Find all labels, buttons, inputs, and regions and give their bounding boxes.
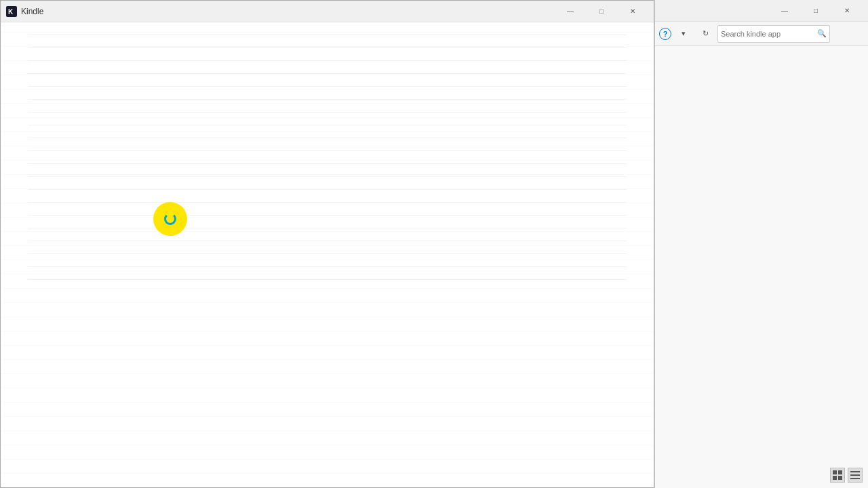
browser-content-area bbox=[655, 46, 868, 488]
browser-titlebar: — □ ✕ bbox=[655, 0, 868, 22]
grid-view-button[interactable] bbox=[830, 468, 845, 483]
kindle-window: K Kindle — □ ✕ bbox=[0, 0, 654, 488]
kindle-app-icon: K bbox=[6, 6, 17, 17]
grid-view-icon bbox=[833, 470, 842, 480]
kindle-titlebar: K Kindle — □ ✕ bbox=[1, 1, 654, 22]
svg-rect-4 bbox=[833, 476, 837, 480]
refresh-button[interactable]: ↻ bbox=[696, 24, 715, 43]
kindle-content-area bbox=[1, 22, 654, 487]
browser-window-controls: — □ ✕ bbox=[769, 0, 863, 22]
dropdown-button[interactable]: ▾ bbox=[674, 24, 693, 43]
svg-rect-2 bbox=[833, 470, 837, 474]
list-view-icon bbox=[850, 470, 860, 480]
svg-rect-3 bbox=[838, 470, 842, 474]
search-icon: 🔍 bbox=[817, 29, 827, 38]
svg-rect-8 bbox=[850, 478, 860, 479]
browser-close-button[interactable]: ✕ bbox=[831, 0, 863, 22]
kindle-title: Kindle bbox=[21, 7, 555, 16]
help-icon[interactable]: ? bbox=[659, 28, 671, 40]
svg-text:K: K bbox=[8, 8, 14, 16]
loading-spinner bbox=[153, 202, 187, 236]
browser-panel: — □ ✕ ? ▾ ↻ 🔍 bbox=[654, 0, 868, 488]
kindle-close-button[interactable]: ✕ bbox=[617, 1, 648, 22]
svg-rect-7 bbox=[850, 474, 860, 476]
svg-rect-6 bbox=[850, 471, 860, 472]
list-view-button[interactable] bbox=[848, 468, 863, 483]
browser-toolbar: ? ▾ ↻ 🔍 bbox=[655, 22, 868, 46]
search-input[interactable] bbox=[721, 30, 816, 38]
browser-minimize-button[interactable]: — bbox=[769, 0, 800, 22]
search-box-container: 🔍 bbox=[717, 25, 830, 43]
kindle-window-controls: — □ ✕ bbox=[555, 1, 648, 22]
kindle-maximize-button[interactable]: □ bbox=[586, 1, 617, 22]
bottom-icons-container bbox=[830, 468, 863, 483]
spinner-inner-circle bbox=[164, 213, 176, 225]
faint-lines-decoration bbox=[1, 22, 654, 487]
svg-rect-5 bbox=[838, 476, 842, 480]
kindle-minimize-button[interactable]: — bbox=[555, 1, 586, 22]
browser-maximize-button[interactable]: □ bbox=[800, 0, 831, 22]
